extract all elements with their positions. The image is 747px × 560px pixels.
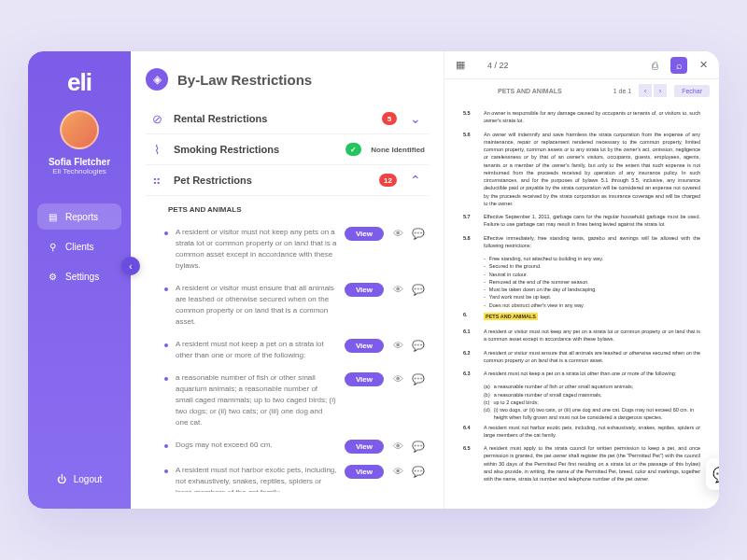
item-text: Dogs may not exceed 60 cm. (176, 440, 337, 451)
comment-icon[interactable]: 💬 (412, 440, 425, 453)
eye-icon[interactable]: 👁 (391, 465, 404, 478)
view-button[interactable]: View (345, 440, 384, 454)
sub-item: Removed at the end of the summer season. (489, 278, 589, 286)
username: Sofia Fletcher (49, 157, 110, 167)
count-badge: 12 (379, 174, 397, 187)
clause-row: 5.5An owner is responsible for any damag… (463, 109, 700, 125)
eye-icon[interactable]: 👁 (391, 227, 404, 240)
restriction-item: Dogs may not exceed 60 cm.View👁💬 (146, 434, 429, 459)
bullet (164, 231, 168, 235)
settings-icon: ⚙ (47, 271, 58, 282)
bullet (164, 444, 168, 448)
item-text: A resident must not harbor exotic pets, … (176, 465, 337, 492)
section-smoking[interactable]: ⌇ Smoking Restrictions ✓ None Identified (146, 134, 429, 165)
nav-clients[interactable]: ⚲Clients (37, 233, 121, 259)
comment-icon[interactable]: 💬 (412, 283, 425, 296)
clause-text: A resident must apply to the strata coun… (484, 444, 700, 483)
nav-reports[interactable]: ▤Reports (37, 203, 121, 230)
search-icon[interactable]: ⌕ (670, 57, 687, 74)
next-page-button[interactable]: › (654, 84, 667, 97)
document-viewer: ▦ 4 / 22 ⎙ ⌕ ✕ PETS AND ANIMALS 1 de 1 ‹… (444, 51, 719, 509)
highlighted-heading: PETS AND ANIMALS (484, 313, 538, 320)
fechar-button[interactable]: Fechar (674, 85, 710, 97)
clause-number: 6.5 (463, 444, 476, 483)
bullet (164, 343, 168, 347)
comment-icon[interactable]: 💬 (412, 227, 425, 240)
view-button[interactable]: View (345, 339, 384, 353)
section-label: Rental Restrictions (174, 113, 373, 124)
smoking-icon: ⌇ (149, 142, 164, 157)
eye-icon[interactable]: 👁 (391, 440, 404, 453)
document-content[interactable]: 5.5An owner is responsible for any damag… (444, 102, 719, 509)
reports-icon: ▤ (47, 211, 58, 222)
prev-page-button[interactable]: ‹ (639, 84, 652, 97)
page-indicator: 4 / 22 (476, 61, 639, 70)
paw-icon: ⠶ (149, 173, 164, 188)
clause-row: 6.1A resident or visitor must not keep a… (463, 328, 700, 343)
viewer-toolbar: ▦ 4 / 22 ⎙ ⌕ ✕ (444, 51, 719, 79)
clause-number: 6.4 (463, 424, 476, 440)
clause-row: 5.7Effective September 1, 2011, garbage … (463, 213, 700, 229)
comment-icon[interactable]: 💬 (412, 339, 425, 352)
eye-icon[interactable]: 👁 (391, 283, 404, 296)
restriction-item: A resident must not keep a pet on a stra… (146, 333, 429, 367)
clause-row: 5.8Effective immediately, free standing … (463, 234, 700, 250)
grid-icon[interactable]: ▦ (452, 57, 469, 74)
doc-title: PETS AND ANIMALS (454, 88, 606, 94)
close-icon[interactable]: ✕ (695, 57, 712, 74)
clients-icon: ⚲ (47, 241, 58, 252)
item-text: a reasonable number of fish or other sma… (176, 372, 337, 428)
collapse-sidebar-button[interactable]: ‹ (121, 257, 140, 275)
sub-key: (b) (484, 391, 490, 399)
sub-text: up to 2 caged birds; (493, 399, 538, 406)
rental-icon: ⊘ (149, 111, 164, 126)
chevron-up-icon[interactable]: ⌃ (406, 173, 425, 188)
nav: ▤Reports ⚲Clients ⚙Settings (28, 203, 131, 293)
clause-text: A resident or visitor must not keep any … (484, 328, 700, 343)
eye-icon[interactable]: 👁 (391, 372, 404, 385)
section-rental[interactable]: ⊘ Rental Restrictions 5 ⌄ (146, 104, 429, 134)
clause-number: 6.3 (463, 370, 476, 377)
sub-item: Secured in the ground. (489, 262, 542, 270)
sub-item: Does not obstruct other's view in any wa… (489, 301, 585, 309)
view-button[interactable]: View (345, 372, 384, 386)
page-of: 1 de 1 (613, 88, 631, 94)
items-header: PETS AND ANIMALS (146, 202, 429, 221)
restriction-item: A resident or visitor must not keep any … (146, 221, 429, 277)
bullet (164, 287, 168, 291)
clause-text: A resident must not harbor exotic pets, … (484, 424, 700, 440)
clause-text: A resident or visitor must ensure that a… (484, 349, 700, 365)
clause-row: 5.6An owner will indemnify and save harm… (463, 131, 700, 208)
view-button[interactable]: View (345, 465, 384, 479)
sub-item: Free standing, not attached to building … (489, 255, 603, 262)
clause-text: Effective immediately, free standing ten… (484, 234, 700, 250)
item-text: A resident or visitor must ensure that a… (176, 283, 337, 328)
logo: eli (67, 68, 92, 97)
print-icon[interactable]: ⎙ (646, 57, 663, 74)
chevron-down-icon[interactable]: ⌄ (406, 111, 425, 126)
view-button[interactable]: View (345, 283, 384, 297)
clause-number: 6.2 (463, 349, 476, 365)
avatar[interactable] (60, 110, 99, 149)
section-label: Smoking Restrictions (174, 144, 336, 155)
clause-text: Effective September 1, 2011, garbage can… (484, 213, 700, 229)
item-text: A resident or visitor must not keep any … (176, 227, 337, 272)
page-title: By-Law Restrictions (177, 72, 312, 88)
clause-number: 5.8 (463, 234, 476, 250)
clause-number: 6. (463, 311, 476, 322)
eye-icon[interactable]: 👁 (391, 339, 404, 352)
comment-icon[interactable]: 💬 (412, 465, 425, 478)
logout-button[interactable]: ⏻Logout (38, 467, 121, 492)
clause-number: 5.5 (463, 109, 476, 125)
nav-settings[interactable]: ⚙Settings (37, 263, 121, 289)
none-identified: None Identified (371, 146, 425, 154)
view-button[interactable]: View (345, 227, 384, 241)
comment-icon[interactable]: 💬 (412, 372, 425, 385)
chat-fab[interactable]: 💬 (706, 458, 719, 490)
section-pet[interactable]: ⠶ Pet Restrictions 12 ⌃ (146, 165, 429, 196)
section-label: Pet Restrictions (174, 175, 370, 186)
shield-icon: ◈ (146, 68, 168, 91)
clause-text: An owner is responsible for any damage c… (484, 109, 700, 125)
bullet (164, 469, 168, 473)
nav-label: Settings (65, 272, 99, 282)
